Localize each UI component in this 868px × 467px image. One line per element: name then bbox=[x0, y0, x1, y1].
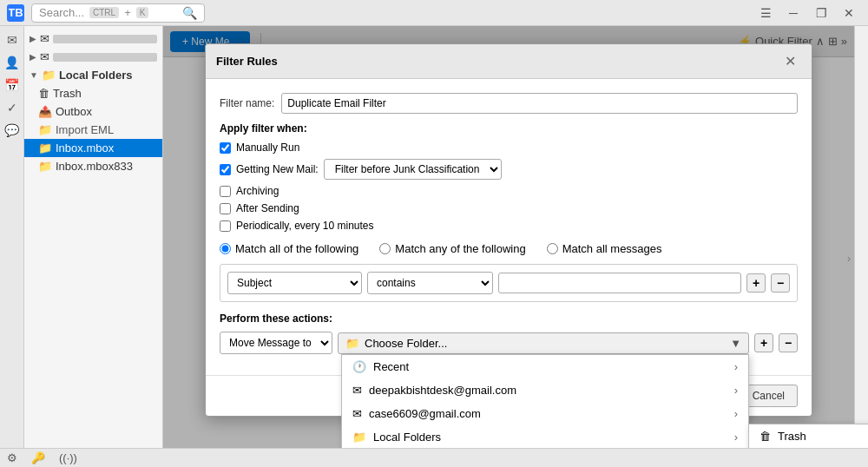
condition-remove-button[interactable]: − bbox=[771, 273, 790, 293]
inbox-mbox-icon: 📁 bbox=[38, 141, 52, 155]
condition-operator-select[interactable]: contains bbox=[367, 272, 493, 294]
action-remove-button[interactable]: − bbox=[779, 333, 798, 352]
dropdown-item-case6609[interactable]: ✉ case6609@gmail.com › bbox=[342, 402, 748, 425]
sidebar-icon-address[interactable]: 👤 bbox=[2, 52, 23, 73]
expand-arrow-local: ▼ bbox=[30, 70, 38, 80]
condition-add-button[interactable]: + bbox=[746, 273, 766, 293]
deepak-arrow: › bbox=[734, 384, 738, 397]
signal-icon[interactable]: ((·)) bbox=[59, 451, 77, 464]
search-shortcut-ctrl: CTRL bbox=[89, 7, 119, 18]
account-icon: ✉ bbox=[40, 32, 49, 45]
folder-item-inbox-mbox833[interactable]: 📁 Inbox.mbox833 bbox=[24, 157, 162, 175]
case6609-label: case6609@gmail.com bbox=[369, 407, 481, 420]
action-add-button[interactable]: + bbox=[754, 333, 773, 352]
action-type-select[interactable]: Move Message to bbox=[220, 332, 332, 354]
folder-item-inbox-mbox[interactable]: 📁 Inbox.mbox bbox=[24, 139, 162, 157]
content-area: + New Me... ⚡ Quick Filter ∧ ⊞ » › Filte… bbox=[163, 26, 854, 448]
condition-field-select[interactable]: Subject bbox=[227, 272, 362, 294]
manually-run-row: Manually Run bbox=[220, 141, 798, 154]
local-folders-menu-arrow: › bbox=[734, 431, 738, 444]
search-icon: 🔍 bbox=[182, 6, 197, 20]
icon-sidebar: ✉ 👤 📅 ✓ 💬 bbox=[0, 26, 24, 448]
sidebar-icon-chat[interactable]: 💬 bbox=[2, 120, 23, 141]
condition-value-input[interactable] bbox=[498, 273, 741, 293]
titlebar: TB Search... CTRL + K 🔍 ☰ ─ ❐ ✕ bbox=[0, 0, 868, 26]
folder-item-account1[interactable]: ▶ ✉ bbox=[24, 30, 162, 48]
archiving-label: Archiving bbox=[236, 185, 279, 197]
archiving-row: Archiving bbox=[220, 185, 798, 197]
radio-match-all: Match all of the following bbox=[220, 242, 358, 255]
actions-label: Perform these actions: bbox=[220, 312, 798, 325]
local-folders-menu-label: Local Folders bbox=[373, 431, 441, 444]
folder-item-outbox[interactable]: 📤 Outbox bbox=[24, 102, 162, 121]
folder-item-trash[interactable]: 🗑 Trash bbox=[24, 84, 162, 102]
account-label-blur2 bbox=[53, 53, 157, 62]
dropdown-item-recent[interactable]: 🕐 Recent › bbox=[342, 355, 748, 378]
inbox-mbox833-icon: 📁 bbox=[38, 160, 52, 173]
radio-match-all-msgs-input[interactable] bbox=[547, 243, 558, 254]
case6609-arrow: › bbox=[734, 407, 738, 420]
actions-section: Perform these actions: Move Message to 📁… bbox=[220, 312, 798, 354]
expand-icon2: ▶ bbox=[30, 52, 36, 62]
account-label-blur bbox=[53, 35, 157, 43]
dialog-title: Filter Rules bbox=[216, 55, 278, 68]
recent-arrow: › bbox=[734, 360, 738, 373]
trash-icon: 🗑 bbox=[38, 87, 49, 100]
action-row: Move Message to 📁 Choose Folder... ▼ + − bbox=[220, 332, 798, 354]
after-sending-checkbox[interactable] bbox=[220, 203, 231, 214]
dropdown-item-local-folders[interactable]: 📁 Local Folders › 🗑 Trash bbox=[342, 425, 748, 448]
deepak-icon: ✉ bbox=[352, 384, 362, 397]
getting-new-mail-checkbox[interactable] bbox=[220, 164, 231, 175]
submenu-item-trash[interactable]: 🗑 Trash bbox=[749, 424, 868, 448]
submenu-trash-label: Trash bbox=[778, 430, 806, 443]
filter-rules-dialog: Filter Rules ✕ Filter name: Apply filter… bbox=[205, 43, 812, 417]
submenu-trash-icon: 🗑 bbox=[760, 430, 771, 443]
search-bar[interactable]: Search... CTRL + K 🔍 bbox=[31, 3, 205, 23]
folder-chooser-label: Choose Folder... bbox=[365, 337, 447, 350]
main-layout: ✉ 👤 📅 ✓ 💬 ▶ ✉ ▶ ✉ ▼ 📁 Local Folders 🗑 Tr… bbox=[0, 26, 868, 448]
app-logo: TB bbox=[7, 4, 24, 22]
condition-row: Subject contains + − bbox=[227, 272, 790, 294]
dropdown-item-deepak[interactable]: ✉ deepakbishtdesk@gmail.com › bbox=[342, 378, 748, 402]
radio-match-any-input[interactable] bbox=[379, 243, 391, 254]
sidebar-icon-calendar[interactable]: 📅 bbox=[2, 75, 23, 95]
after-sending-row: After Sending bbox=[220, 202, 798, 214]
dialog-close-button[interactable]: ✕ bbox=[779, 51, 801, 71]
sidebar-icon-tasks[interactable]: ✓ bbox=[2, 97, 23, 118]
import-eml-icon: 📁 bbox=[38, 123, 52, 136]
svg-text:TB: TB bbox=[9, 6, 23, 19]
restore-button[interactable]: ❐ bbox=[809, 4, 833, 22]
settings-icon[interactable]: ⚙ bbox=[7, 451, 17, 464]
sidebar-icon-mail[interactable]: ✉ bbox=[2, 30, 23, 50]
close-button[interactable]: ✕ bbox=[837, 4, 861, 22]
radio-match-all-input[interactable] bbox=[220, 243, 231, 254]
folder-item-local-folders[interactable]: ▼ 📁 Local Folders bbox=[24, 66, 162, 84]
outbox-label: Outbox bbox=[56, 105, 92, 118]
search-placeholder: Search... bbox=[39, 6, 84, 19]
trash-label: Trash bbox=[53, 87, 82, 100]
folder-item-account2[interactable]: ▶ ✉ bbox=[24, 48, 162, 66]
radio-match-all-label: Match all of the following bbox=[235, 242, 358, 255]
recent-icon: 🕐 bbox=[352, 360, 366, 373]
periodically-checkbox[interactable] bbox=[220, 220, 231, 232]
right-panel bbox=[854, 26, 868, 448]
folder-chooser-button[interactable]: 📁 Choose Folder... ▼ bbox=[338, 332, 749, 354]
getting-new-mail-row: Getting New Mail: Filter before Junk Cla… bbox=[220, 159, 798, 180]
local-folders-label: Local Folders bbox=[59, 69, 133, 82]
hamburger-button[interactable]: ☰ bbox=[753, 4, 778, 22]
folder-dropdown-menu: 🕐 Recent › ✉ deepakbishtdesk@gmail.com › bbox=[341, 354, 749, 448]
key-icon[interactable]: 🔑 bbox=[31, 451, 45, 464]
inbox-mbox-label: Inbox.mbox bbox=[56, 141, 114, 155]
import-eml-label: Import EML bbox=[56, 123, 114, 136]
getting-new-mail-dropdown[interactable]: Filter before Junk Classification bbox=[324, 159, 502, 180]
manually-run-checkbox[interactable] bbox=[220, 142, 231, 154]
folder-chooser-icon: 📁 bbox=[345, 337, 359, 350]
folder-item-import-eml[interactable]: 📁 Import EML bbox=[24, 121, 162, 139]
filter-name-row: Filter name: bbox=[220, 93, 798, 114]
after-sending-label: After Sending bbox=[236, 202, 299, 214]
radio-match-any-label: Match any of the following bbox=[395, 242, 525, 255]
apply-when-label: Apply filter when: bbox=[220, 122, 798, 135]
filter-name-input[interactable] bbox=[281, 93, 798, 114]
minimize-button[interactable]: ─ bbox=[781, 4, 806, 22]
archiving-checkbox[interactable] bbox=[220, 186, 231, 197]
